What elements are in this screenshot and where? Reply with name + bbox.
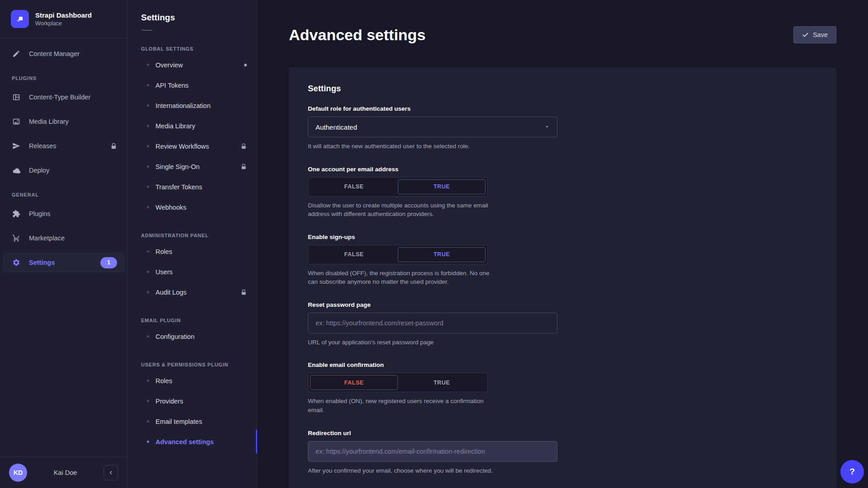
- redirection-url-input[interactable]: [308, 441, 557, 462]
- subnav-item-email-templates[interactable]: Email templates: [127, 411, 257, 432]
- subnav-item-media-library[interactable]: Media Library: [127, 116, 257, 136]
- toggle-option-true[interactable]: TRUE: [398, 375, 486, 390]
- subnav-item-overview[interactable]: Overview: [127, 55, 257, 75]
- subnav-item-label: Providers: [156, 398, 183, 405]
- subnav-item-internationalization[interactable]: Internationalization: [127, 95, 257, 116]
- card-heading: Settings: [308, 84, 817, 94]
- bullet-icon: [147, 250, 149, 253]
- subnav-group-header: EMAIL PLUGIN: [127, 318, 257, 323]
- workspace-switcher[interactable]: Strapi Dashboard Workplace: [0, 0, 127, 38]
- subnav-item-single-sign-on[interactable]: Single Sign-On: [127, 156, 257, 177]
- bullet-icon: [147, 291, 149, 293]
- sidebar-item-media-library[interactable]: Media Library: [3, 112, 124, 131]
- toggle-option-true[interactable]: TRUE: [398, 179, 486, 194]
- cart-icon: [12, 234, 21, 243]
- page-title: Advanced settings: [289, 25, 425, 44]
- subnav-item-label: Email templates: [156, 418, 202, 425]
- field-hint: URL of your application's reset password…: [308, 338, 817, 347]
- sidebar-item-marketplace[interactable]: Marketplace: [3, 228, 124, 248]
- subnav-item-label: API Tokens: [156, 82, 189, 89]
- sidebar-item-releases[interactable]: Releases: [3, 136, 124, 156]
- subnav-item-label: Webhooks: [156, 204, 186, 211]
- one-account-per-email-toggle: FALSE TRUE: [308, 177, 488, 197]
- subnav-group-users-permissions-plugin: USERS & PERMISSIONS PLUGIN Roles Provide…: [127, 362, 257, 452]
- field-label: One account per email address: [308, 166, 494, 173]
- sidebar-section-header-plugins: PLUGINS: [0, 75, 127, 81]
- field-label: Default role for authenticated users: [308, 105, 817, 112]
- subnav-item-api-tokens[interactable]: API Tokens: [127, 75, 257, 95]
- settings-subnav: Settings GLOBAL SETTINGS Overview API To…: [127, 0, 257, 488]
- sidebar-item-label: Marketplace: [29, 235, 65, 242]
- sidebar-item-label: Media Library: [29, 118, 69, 125]
- bullet-icon: [147, 64, 149, 66]
- bullet-icon: [147, 335, 149, 338]
- subnav-group-header: GLOBAL SETTINGS: [127, 46, 257, 52]
- field-enable-email-confirmation: Enable email confirmation FALSE TRUE Whe…: [308, 361, 494, 414]
- subnav-item-review-workflows[interactable]: Review Workflows: [127, 136, 257, 156]
- bullet-icon: [147, 186, 149, 188]
- subnav-group-header: ADMINISTRATION PANEL: [127, 233, 257, 238]
- gear-icon: [12, 258, 21, 267]
- subnav-title-rule: [142, 30, 152, 31]
- help-button[interactable]: ?: [840, 460, 864, 483]
- subnav-item-providers[interactable]: Providers: [127, 391, 257, 411]
- bullet-icon: [147, 84, 149, 86]
- subnav-title: Settings: [127, 13, 257, 23]
- subnav-item-up-roles[interactable]: Roles: [127, 371, 257, 391]
- subnav-group-administration-panel: ADMINISTRATION PANEL Roles Users Audit L…: [127, 233, 257, 302]
- subnav-item-email-configuration[interactable]: Configuration: [127, 326, 257, 347]
- cloud-icon: [12, 166, 21, 175]
- sidebar-item-label: Settings: [29, 259, 55, 266]
- sidebar-item-plugins[interactable]: Plugins: [3, 204, 124, 224]
- toggle-option-false[interactable]: FALSE: [310, 247, 398, 262]
- sidebar-item-content-manager[interactable]: Content Manager: [3, 44, 124, 64]
- sidebar-item-label: Content Manager: [29, 50, 80, 57]
- save-button[interactable]: Save: [793, 26, 836, 43]
- toggle-option-true[interactable]: TRUE: [398, 247, 486, 262]
- subnav-item-label: Configuration: [156, 333, 194, 340]
- subnav-item-admin-roles[interactable]: Roles: [127, 241, 257, 262]
- subnav-item-admin-users[interactable]: Users: [127, 262, 257, 282]
- bullet-icon: [147, 104, 149, 107]
- workspace-subtitle: Workplace: [35, 20, 92, 27]
- subnav-group-email-plugin: EMAIL PLUGIN Configuration: [127, 318, 257, 347]
- sidebar-item-label: Plugins: [29, 210, 51, 217]
- sidebar-item-settings[interactable]: Settings 1: [3, 253, 124, 272]
- sidebar-item-label: Deploy: [29, 167, 49, 174]
- subnav-item-transfer-tokens[interactable]: Transfer Tokens: [127, 177, 257, 197]
- toggle-option-false[interactable]: FALSE: [310, 375, 398, 390]
- puzzle-icon: [12, 209, 21, 218]
- field-label: Reset password page: [308, 301, 817, 308]
- paper-plane-icon: [12, 141, 21, 150]
- toggle-option-false[interactable]: FALSE: [310, 179, 398, 194]
- sidebar-item-label: Content-Type Builder: [29, 94, 90, 101]
- chevron-down-icon: [544, 124, 550, 130]
- field-default-role: Default role for authenticated users Aut…: [308, 105, 817, 151]
- subnav-item-advanced-settings[interactable]: Advanced settings: [127, 432, 257, 452]
- default-role-select[interactable]: Authenticated: [308, 117, 557, 137]
- subnav-item-audit-logs[interactable]: Audit Logs: [127, 282, 257, 302]
- image-icon: [12, 117, 21, 126]
- collapse-sidebar-button[interactable]: [104, 465, 118, 480]
- sidebar-item-deploy[interactable]: Deploy: [3, 160, 124, 180]
- bullet-icon: [147, 145, 149, 147]
- avatar[interactable]: KD: [9, 464, 27, 482]
- main-nav: Content Manager PLUGINS Content-Type Bui…: [0, 38, 127, 277]
- active-indicator-bar: [256, 430, 257, 454]
- subnav-item-webhooks[interactable]: Webhooks: [127, 197, 257, 217]
- sidebar-item-content-type-builder[interactable]: Content-Type Builder: [3, 87, 124, 107]
- subnav-item-label: Advanced settings: [156, 438, 214, 446]
- field-one-account-per-email: One account per email address FALSE TRUE…: [308, 166, 494, 219]
- subnav-item-label: Roles: [156, 248, 172, 255]
- field-redirection-url: Redirection url After you confirmed your…: [308, 430, 817, 475]
- edit-icon: [12, 49, 21, 58]
- select-value: Authenticated: [316, 123, 544, 131]
- bullet-icon: [147, 206, 149, 208]
- bullet-icon: [147, 165, 149, 168]
- layout-icon: [12, 93, 21, 102]
- reset-password-page-input[interactable]: [308, 313, 557, 333]
- subnav-group-global-settings: GLOBAL SETTINGS Overview API Tokens Inte…: [127, 46, 257, 217]
- field-label: Enable sign-ups: [308, 234, 494, 240]
- lock-icon: [241, 289, 247, 296]
- subnav-item-label: Transfer Tokens: [156, 183, 202, 191]
